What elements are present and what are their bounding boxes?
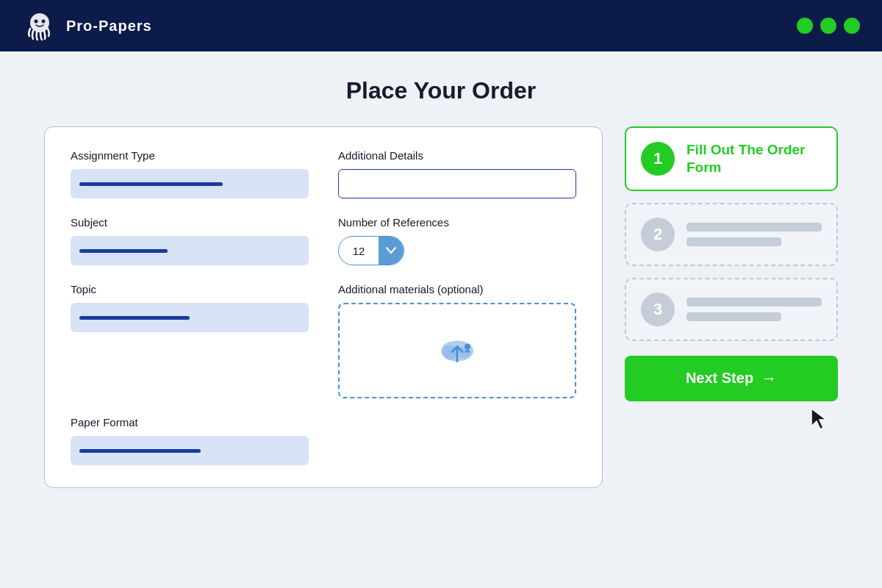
- step-2-number: 2: [641, 218, 675, 251]
- subject-bar: [79, 249, 168, 253]
- step-3-bars: [686, 298, 822, 321]
- references-group: Number of References 12: [338, 216, 576, 265]
- steps-section: 1 Fill Out The Order Form 2 3: [625, 126, 838, 431]
- logo-area: Pro-Papers: [22, 8, 152, 43]
- references-label: Number of References: [338, 216, 576, 229]
- step-3-number: 3: [641, 293, 675, 326]
- step-2-bars: [686, 223, 822, 246]
- topic-bar: [79, 316, 190, 320]
- assignment-type-label: Assignment Type: [71, 149, 309, 162]
- cursor-indicator: [625, 407, 831, 431]
- step-1-text: Fill Out The Order Form: [686, 141, 822, 176]
- step-3-card: 3: [625, 278, 838, 341]
- references-select[interactable]: 12: [338, 236, 404, 265]
- order-form-section: Assignment Type Additional Details Subje…: [44, 126, 603, 488]
- order-form-card: Assignment Type Additional Details Subje…: [44, 126, 603, 488]
- header: Pro-Papers: [0, 0, 882, 51]
- header-dot-2: [820, 18, 836, 34]
- assignment-type-group: Assignment Type: [71, 149, 309, 198]
- topic-label: Topic: [71, 283, 309, 295]
- svg-point-1: [35, 20, 38, 24]
- topic-select[interactable]: [71, 303, 309, 332]
- additional-materials-group: Additional materials (optional): [338, 283, 576, 398]
- paper-format-select[interactable]: [71, 436, 309, 465]
- logo-icon: [22, 8, 57, 43]
- subject-group: Subject: [71, 216, 309, 265]
- arrow-right-icon: →: [761, 369, 777, 388]
- header-dots: [797, 18, 860, 34]
- step-1-title: Fill Out The Order Form: [686, 141, 822, 176]
- next-step-button[interactable]: Next Step →: [625, 356, 838, 401]
- paper-format-bar: [79, 449, 201, 453]
- step-2-bar-1: [686, 223, 822, 232]
- assignment-type-bar: [79, 182, 223, 186]
- upload-area[interactable]: [338, 303, 576, 398]
- header-dot-1: [797, 18, 813, 34]
- step-3-bar-2: [686, 312, 781, 321]
- step-1-card: 1 Fill Out The Order Form: [625, 126, 838, 191]
- topic-group: Topic: [71, 283, 309, 398]
- paper-format-label: Paper Format: [71, 416, 309, 429]
- chevron-down-icon: [386, 247, 396, 254]
- cursor-icon: [807, 407, 831, 431]
- references-value: 12: [339, 245, 379, 257]
- svg-point-0: [30, 13, 49, 32]
- additional-details-label: Additional Details: [338, 149, 576, 162]
- assignment-type-select[interactable]: [71, 169, 309, 198]
- logo-text: Pro-Papers: [66, 18, 152, 35]
- additional-details-input[interactable]: [338, 169, 576, 198]
- next-step-label: Next Step: [686, 370, 753, 387]
- additional-details-group: Additional Details: [338, 149, 576, 198]
- step-2-bar-2: [686, 237, 781, 246]
- step-3-bar-1: [686, 298, 822, 306]
- paper-format-group: Paper Format: [71, 416, 309, 465]
- step-2-card: 2: [625, 203, 838, 266]
- header-dot-3: [844, 18, 860, 34]
- subject-select[interactable]: [71, 236, 309, 265]
- upload-icon: [435, 329, 479, 373]
- subject-label: Subject: [71, 216, 309, 229]
- svg-point-6: [465, 344, 470, 350]
- page-title: Place Your Order: [44, 77, 838, 104]
- step-1-number: 1: [641, 142, 675, 176]
- references-chevron[interactable]: [379, 237, 404, 265]
- additional-materials-label: Additional materials (optional): [338, 283, 576, 295]
- svg-point-2: [42, 20, 46, 24]
